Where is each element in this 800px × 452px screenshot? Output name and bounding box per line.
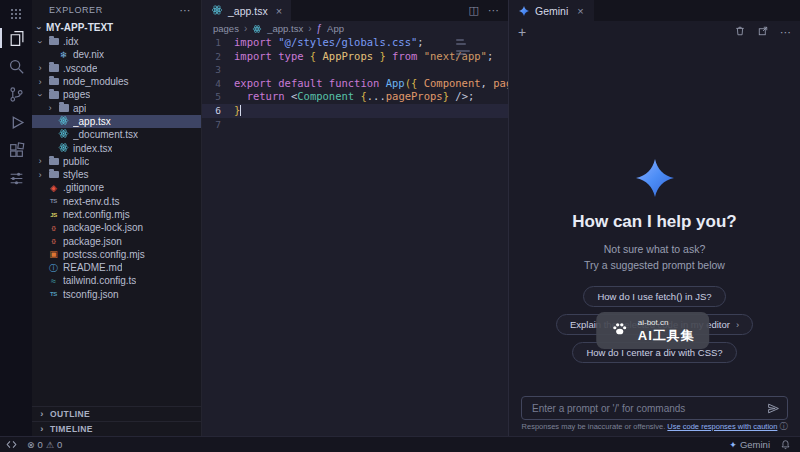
timeline-section[interactable]: › TIMELINE [32,421,201,436]
tree-folder-pages[interactable]: ›pages [32,88,201,101]
tree-folder-public[interactable]: ›public [32,155,201,168]
prompt-input[interactable] [521,396,788,420]
disclaimer-text: Responses may be inaccurate or offensive… [522,422,668,431]
file-tree: ›.idx❄dev.nix›.vscode›node_modules›pages… [32,35,201,406]
tree-file-next.config.mjs[interactable]: JSnext.config.mjs [32,208,201,221]
chevron-right-icon: › [38,410,46,418]
tree-item-label: api [73,103,86,114]
tree-item-label: README.md [63,262,122,273]
tree-file-index.tsx[interactable]: index.tsx [32,141,201,154]
activity-bar-item-search[interactable] [0,52,32,80]
tree-file-tsconfig.json[interactable]: TStsconfig.json [32,288,201,301]
tree-file-_app.tsx[interactable]: _app.tsx [32,115,201,128]
activity-bar-item-source-control[interactable] [0,80,32,108]
tree-folder-styles[interactable]: ›styles [32,168,201,181]
symbol-function-icon: ƒ [317,23,323,34]
minimap[interactable] [456,39,470,64]
code-line-text: return <Component {...pageProps} />; [234,90,474,104]
tree-item-label: public [63,156,89,167]
breadcrumb-symbol[interactable]: App [327,23,344,34]
close-icon[interactable]: × [577,5,583,17]
problems-indicator[interactable]: ⊗ 0 ⚠ 0 [27,439,62,450]
activity-bar-item-run-debug[interactable] [0,108,32,136]
outline-section[interactable]: › OUTLINE [32,406,201,421]
menu-dots-icon[interactable] [0,4,32,24]
activity-bar-item-tools[interactable] [0,164,32,192]
activity-bar-item-explorer[interactable] [0,24,32,52]
folder-icon [49,171,59,179]
tree-item-label: _app.tsx [73,116,111,127]
search-icon [8,58,25,75]
send-icon[interactable] [767,401,780,419]
tree-item-label: tailwind.config.ts [63,275,136,286]
react-icon [211,4,223,18]
code-editor[interactable]: 1import "@/styles/globals.css";2import t… [202,36,508,436]
prompt-pill-1[interactable]: How do I use fetch() in JS? [583,286,725,307]
npm-icon: {} [48,223,59,233]
npm-icon: {} [48,236,59,246]
tree-item-label: pages [63,89,90,100]
tree-file-package-lock.json[interactable]: {}package-lock.json [32,221,201,234]
breadcrumb-file[interactable]: _app.tsx [267,23,303,34]
tab-app-tsx[interactable]: _app.tsx × [202,0,291,21]
tree-file-_document.tsx[interactable]: _document.tsx [32,128,201,141]
tree-folder-node_modules[interactable]: ›node_modules [32,75,201,88]
notifications-bell-icon[interactable] [780,439,791,450]
prompt-pill-label: How do I use fetch() in JS? [597,291,711,302]
code-line-3[interactable]: 3 [202,63,508,77]
tree-file-README.md[interactable]: ⓘREADME.md [32,261,201,274]
tab-gemini[interactable]: Gemini × [509,0,594,21]
close-icon[interactable]: × [276,5,282,17]
breadcrumb-separator-icon: › [308,23,311,34]
react-icon [58,115,69,128]
code-line-text: } [234,104,241,118]
export-chat-icon[interactable] [757,23,769,41]
chevron-right-icon: › [36,78,44,86]
more-actions-icon[interactable]: ⋯ [179,4,191,17]
chevron-right-icon: › [38,425,46,433]
more-actions-icon[interactable]: ⋯ [780,26,791,39]
more-actions-icon[interactable]: ⋯ [488,4,499,17]
new-chat-icon[interactable]: + [518,25,526,39]
delete-chat-icon[interactable] [734,23,746,41]
tree-file-next-env.d.ts[interactable]: TSnext-env.d.ts [32,195,201,208]
watermark-badge: ai-bot.cn AI工具集 [596,312,709,349]
code-line-4[interactable]: 4export default function App({ Component… [202,77,508,91]
project-root-row[interactable]: › MY-APP-TEXT [32,20,201,35]
tree-item-label: next.config.mjs [63,209,130,220]
tree-item-label: package.json [63,236,122,247]
chevron-down-icon: › [36,91,44,99]
disclaimer-link[interactable]: Use code responses with caution [667,422,777,431]
remote-indicator[interactable] [6,439,17,450]
project-root-label: MY-APP-TEXT [46,22,113,33]
tree-item-label: package-lock.json [63,222,143,233]
code-line-6[interactable]: 6} [202,104,508,118]
code-line-7[interactable]: 7 [202,118,508,132]
gemini-status-item[interactable]: ✦ Gemini [729,439,770,450]
js-icon: JS [48,210,59,220]
activity-bar-item-extensions[interactable] [0,136,32,164]
explorer-header: EXPLORER ⋯ [32,0,201,20]
tree-file-package.json[interactable]: {}package.json [32,234,201,247]
tree-item-label: next-env.d.ts [63,196,120,207]
gemini-logo-icon [636,159,674,197]
git-icon: ◈ [48,183,59,193]
tree-file-.gitignore[interactable]: ◈.gitignore [32,181,201,194]
code-line-text: import "@/styles/globals.css"; [234,36,424,50]
tree-folder-.idx[interactable]: ›.idx [32,35,201,48]
tree-folder-.vscode[interactable]: ›.vscode [32,62,201,75]
tab-label: _app.tsx [228,5,268,17]
split-editor-icon[interactable]: ◫ [469,4,479,17]
text-cursor [240,105,241,116]
breadcrumb-pages[interactable]: pages [213,23,239,34]
tree-file-dev.nix[interactable]: ❄dev.nix [32,48,201,61]
code-line-text: import type { AppProps } from "next/app"… [234,50,493,64]
tree-folder-api[interactable]: ›api [32,101,201,114]
tree-file-postcss.config.mjs[interactable]: ▣postcss.config.mjs [32,248,201,261]
info-icon: ⓘ [779,422,787,431]
gemini-panel: Gemini × + ⋯ How can I help you? Not sur… [508,0,800,436]
explorer-sidebar: EXPLORER ⋯ › MY-APP-TEXT ›.idx❄dev.nix›.… [32,0,202,436]
panel-tab-bar: Gemini × [509,0,800,21]
code-line-5[interactable]: 5 return <Component {...pageProps} />; [202,90,508,104]
tree-file-tailwind.config.ts[interactable]: ≈tailwind.config.ts [32,274,201,287]
